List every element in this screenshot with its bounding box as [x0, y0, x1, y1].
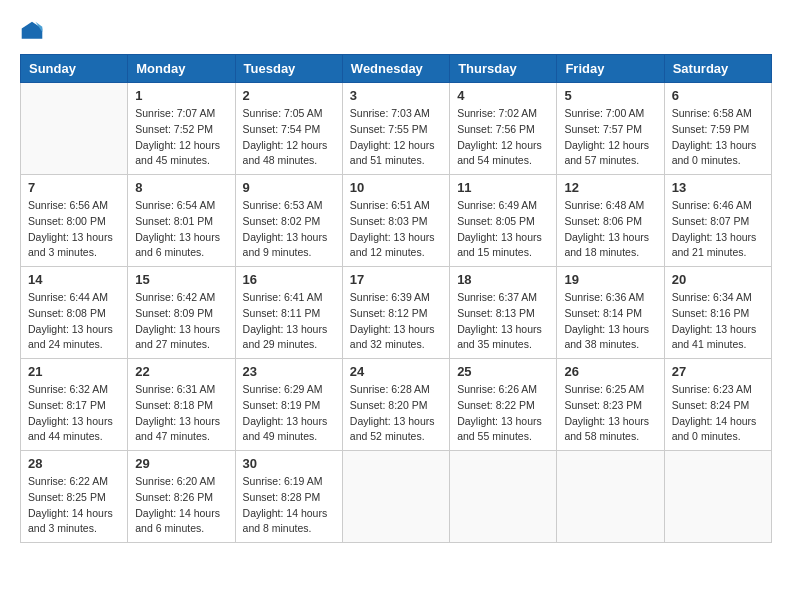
calendar-cell: 4Sunrise: 7:02 AMSunset: 7:56 PMDaylight…: [450, 83, 557, 175]
day-number: 2: [243, 88, 335, 103]
day-number: 11: [457, 180, 549, 195]
day-info: Sunrise: 7:02 AMSunset: 7:56 PMDaylight:…: [457, 106, 549, 169]
day-info: Sunrise: 6:53 AMSunset: 8:02 PMDaylight:…: [243, 198, 335, 261]
day-number: 15: [135, 272, 227, 287]
weekday-header-monday: Monday: [128, 55, 235, 83]
calendar-week-row: 7Sunrise: 6:56 AMSunset: 8:00 PMDaylight…: [21, 175, 772, 267]
calendar-cell: 3Sunrise: 7:03 AMSunset: 7:55 PMDaylight…: [342, 83, 449, 175]
calendar-week-row: 28Sunrise: 6:22 AMSunset: 8:25 PMDayligh…: [21, 451, 772, 543]
day-info: Sunrise: 6:36 AMSunset: 8:14 PMDaylight:…: [564, 290, 656, 353]
calendar-cell: 23Sunrise: 6:29 AMSunset: 8:19 PMDayligh…: [235, 359, 342, 451]
calendar-cell: 19Sunrise: 6:36 AMSunset: 8:14 PMDayligh…: [557, 267, 664, 359]
day-info: Sunrise: 6:34 AMSunset: 8:16 PMDaylight:…: [672, 290, 764, 353]
calendar-cell: 27Sunrise: 6:23 AMSunset: 8:24 PMDayligh…: [664, 359, 771, 451]
calendar-cell: [450, 451, 557, 543]
weekday-header-friday: Friday: [557, 55, 664, 83]
calendar-cell: 17Sunrise: 6:39 AMSunset: 8:12 PMDayligh…: [342, 267, 449, 359]
calendar-week-row: 1Sunrise: 7:07 AMSunset: 7:52 PMDaylight…: [21, 83, 772, 175]
generalblue-logo-icon: [20, 20, 44, 44]
day-number: 17: [350, 272, 442, 287]
day-info: Sunrise: 6:58 AMSunset: 7:59 PMDaylight:…: [672, 106, 764, 169]
calendar-cell: 20Sunrise: 6:34 AMSunset: 8:16 PMDayligh…: [664, 267, 771, 359]
calendar-cell: 1Sunrise: 7:07 AMSunset: 7:52 PMDaylight…: [128, 83, 235, 175]
day-number: 22: [135, 364, 227, 379]
calendar-cell: 30Sunrise: 6:19 AMSunset: 8:28 PMDayligh…: [235, 451, 342, 543]
day-number: 6: [672, 88, 764, 103]
calendar-cell: 24Sunrise: 6:28 AMSunset: 8:20 PMDayligh…: [342, 359, 449, 451]
day-number: 9: [243, 180, 335, 195]
page-header: [20, 20, 772, 44]
day-number: 26: [564, 364, 656, 379]
day-info: Sunrise: 7:03 AMSunset: 7:55 PMDaylight:…: [350, 106, 442, 169]
day-number: 4: [457, 88, 549, 103]
calendar-cell: 22Sunrise: 6:31 AMSunset: 8:18 PMDayligh…: [128, 359, 235, 451]
svg-marker-0: [22, 22, 43, 39]
day-number: 25: [457, 364, 549, 379]
day-info: Sunrise: 6:25 AMSunset: 8:23 PMDaylight:…: [564, 382, 656, 445]
calendar-cell: 9Sunrise: 6:53 AMSunset: 8:02 PMDaylight…: [235, 175, 342, 267]
calendar-table: SundayMondayTuesdayWednesdayThursdayFrid…: [20, 54, 772, 543]
calendar-cell: 11Sunrise: 6:49 AMSunset: 8:05 PMDayligh…: [450, 175, 557, 267]
day-info: Sunrise: 7:05 AMSunset: 7:54 PMDaylight:…: [243, 106, 335, 169]
day-info: Sunrise: 6:41 AMSunset: 8:11 PMDaylight:…: [243, 290, 335, 353]
calendar-cell: 15Sunrise: 6:42 AMSunset: 8:09 PMDayligh…: [128, 267, 235, 359]
day-number: 16: [243, 272, 335, 287]
day-number: 20: [672, 272, 764, 287]
calendar-cell: [21, 83, 128, 175]
day-info: Sunrise: 6:54 AMSunset: 8:01 PMDaylight:…: [135, 198, 227, 261]
calendar-week-row: 14Sunrise: 6:44 AMSunset: 8:08 PMDayligh…: [21, 267, 772, 359]
day-info: Sunrise: 6:48 AMSunset: 8:06 PMDaylight:…: [564, 198, 656, 261]
day-info: Sunrise: 6:56 AMSunset: 8:00 PMDaylight:…: [28, 198, 120, 261]
day-info: Sunrise: 6:29 AMSunset: 8:19 PMDaylight:…: [243, 382, 335, 445]
day-number: 19: [564, 272, 656, 287]
day-info: Sunrise: 6:23 AMSunset: 8:24 PMDaylight:…: [672, 382, 764, 445]
calendar-cell: 5Sunrise: 7:00 AMSunset: 7:57 PMDaylight…: [557, 83, 664, 175]
calendar-cell: 12Sunrise: 6:48 AMSunset: 8:06 PMDayligh…: [557, 175, 664, 267]
day-number: 10: [350, 180, 442, 195]
weekday-header-wednesday: Wednesday: [342, 55, 449, 83]
calendar-cell: 8Sunrise: 6:54 AMSunset: 8:01 PMDaylight…: [128, 175, 235, 267]
calendar-cell: 16Sunrise: 6:41 AMSunset: 8:11 PMDayligh…: [235, 267, 342, 359]
day-number: 30: [243, 456, 335, 471]
calendar-cell: 10Sunrise: 6:51 AMSunset: 8:03 PMDayligh…: [342, 175, 449, 267]
day-number: 21: [28, 364, 120, 379]
calendar-cell: [664, 451, 771, 543]
day-info: Sunrise: 6:19 AMSunset: 8:28 PMDaylight:…: [243, 474, 335, 537]
day-info: Sunrise: 6:22 AMSunset: 8:25 PMDaylight:…: [28, 474, 120, 537]
day-info: Sunrise: 6:44 AMSunset: 8:08 PMDaylight:…: [28, 290, 120, 353]
day-info: Sunrise: 6:39 AMSunset: 8:12 PMDaylight:…: [350, 290, 442, 353]
day-info: Sunrise: 7:00 AMSunset: 7:57 PMDaylight:…: [564, 106, 656, 169]
day-number: 12: [564, 180, 656, 195]
calendar-cell: 29Sunrise: 6:20 AMSunset: 8:26 PMDayligh…: [128, 451, 235, 543]
day-info: Sunrise: 7:07 AMSunset: 7:52 PMDaylight:…: [135, 106, 227, 169]
day-number: 13: [672, 180, 764, 195]
day-number: 28: [28, 456, 120, 471]
day-info: Sunrise: 6:32 AMSunset: 8:17 PMDaylight:…: [28, 382, 120, 445]
day-info: Sunrise: 6:31 AMSunset: 8:18 PMDaylight:…: [135, 382, 227, 445]
calendar-cell: 7Sunrise: 6:56 AMSunset: 8:00 PMDaylight…: [21, 175, 128, 267]
day-number: 18: [457, 272, 549, 287]
weekday-header-sunday: Sunday: [21, 55, 128, 83]
calendar-cell: 21Sunrise: 6:32 AMSunset: 8:17 PMDayligh…: [21, 359, 128, 451]
calendar-header-row: SundayMondayTuesdayWednesdayThursdayFrid…: [21, 55, 772, 83]
day-info: Sunrise: 6:51 AMSunset: 8:03 PMDaylight:…: [350, 198, 442, 261]
calendar-cell: 26Sunrise: 6:25 AMSunset: 8:23 PMDayligh…: [557, 359, 664, 451]
logo: [20, 20, 48, 44]
day-info: Sunrise: 6:49 AMSunset: 8:05 PMDaylight:…: [457, 198, 549, 261]
calendar-cell: 13Sunrise: 6:46 AMSunset: 8:07 PMDayligh…: [664, 175, 771, 267]
day-number: 1: [135, 88, 227, 103]
day-number: 8: [135, 180, 227, 195]
day-number: 7: [28, 180, 120, 195]
calendar-cell: 6Sunrise: 6:58 AMSunset: 7:59 PMDaylight…: [664, 83, 771, 175]
day-info: Sunrise: 6:28 AMSunset: 8:20 PMDaylight:…: [350, 382, 442, 445]
calendar-cell: 14Sunrise: 6:44 AMSunset: 8:08 PMDayligh…: [21, 267, 128, 359]
day-info: Sunrise: 6:37 AMSunset: 8:13 PMDaylight:…: [457, 290, 549, 353]
day-number: 23: [243, 364, 335, 379]
calendar-cell: 25Sunrise: 6:26 AMSunset: 8:22 PMDayligh…: [450, 359, 557, 451]
day-number: 29: [135, 456, 227, 471]
day-number: 27: [672, 364, 764, 379]
day-number: 3: [350, 88, 442, 103]
day-number: 24: [350, 364, 442, 379]
calendar-cell: 28Sunrise: 6:22 AMSunset: 8:25 PMDayligh…: [21, 451, 128, 543]
day-info: Sunrise: 6:26 AMSunset: 8:22 PMDaylight:…: [457, 382, 549, 445]
